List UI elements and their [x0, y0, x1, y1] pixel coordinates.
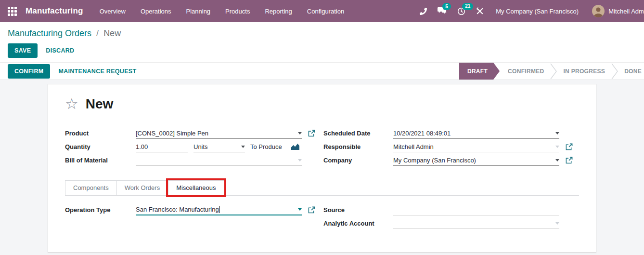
field-row-analytic-account: Analytic Account: [323, 218, 573, 231]
company-switcher[interactable]: My Company (San Francisco): [496, 8, 579, 15]
bill-of-material-label: Bill of Material: [65, 155, 136, 166]
field-row-responsible: Responsible Mitchell Admin: [323, 141, 573, 155]
avatar[interactable]: [592, 5, 605, 17]
state-done[interactable]: DONE: [618, 68, 644, 75]
user-name[interactable]: Mitchell Admin: [608, 8, 644, 15]
title-row: ☆ New: [65, 96, 579, 112]
nav-overview[interactable]: Overview: [100, 8, 126, 15]
confirm-button[interactable]: CONFIRM: [8, 64, 50, 79]
forecast-chart-icon[interactable]: [291, 141, 300, 152]
chevron-separator-icon: [550, 63, 557, 80]
tab-components[interactable]: Components: [65, 180, 117, 195]
product-dropdown-caret-icon[interactable]: [298, 132, 302, 134]
scheduled-date-dropdown-caret-icon[interactable]: [555, 132, 559, 134]
activities-badge: 21: [462, 3, 473, 10]
app-name[interactable]: Manufacturing: [26, 6, 83, 16]
notebook-tabs: Components Work Orders Miscellaneous: [65, 180, 579, 196]
statusbar-actions: CONFIRM MAINTENANCE REQUEST: [8, 64, 136, 79]
field-row-quantity: Quantity 1.00 Units To Produce: [65, 141, 315, 155]
form-left-column: Product [CONS_0002] Simple Pen Quantity: [65, 128, 315, 168]
field-row-source: Source: [323, 204, 573, 218]
responsible-input[interactable]: Mitchell Admin: [393, 141, 559, 152]
scheduled-date-input[interactable]: 10/20/2021 08:49:01: [393, 128, 559, 139]
favorite-star-icon[interactable]: ☆: [65, 97, 78, 111]
operation-type-label: Operation Type: [65, 204, 136, 215]
source-input[interactable]: [393, 204, 559, 215]
breadcrumb-parent[interactable]: Manufacturing Orders: [8, 28, 91, 38]
record-title: New: [86, 96, 114, 112]
company-external-link-icon[interactable]: [559, 155, 573, 166]
text-cursor: [219, 206, 220, 213]
breadcrumb-current: New: [103, 28, 121, 38]
chevron-separator-icon: [611, 63, 618, 80]
field-row-scheduled-date: Scheduled Date 10/20/2021 08:49:01: [323, 128, 573, 141]
control-panel-buttons: SAVE DISCARD: [8, 43, 636, 58]
state-in-progress[interactable]: IN PROGRESS: [557, 68, 611, 75]
company-input[interactable]: My Company (San Francisco): [393, 155, 559, 166]
field-row-operation-type: Operation Type San Francisco: Manufactur…: [65, 204, 315, 218]
top-navbar: Manufacturing Overview Operations Planni…: [0, 0, 644, 22]
field-row-product: Product [CONS_0002] Simple Pen: [65, 128, 315, 141]
uom-select[interactable]: Units: [193, 141, 245, 152]
operation-type-input[interactable]: San Francisco: Manufacturing: [136, 204, 302, 215]
operation-type-dropdown-caret-icon[interactable]: [298, 208, 302, 211]
uom-dropdown-caret-icon[interactable]: [241, 146, 245, 148]
field-row-company: Company My Company (San Francisco): [323, 155, 573, 168]
save-button[interactable]: SAVE: [8, 43, 38, 58]
to-produce-label: To Produce: [250, 141, 282, 152]
maintenance-request-button[interactable]: MAINTENANCE REQUEST: [58, 68, 136, 75]
activities-icon[interactable]: 21: [457, 7, 465, 15]
operation-type-external-link-icon[interactable]: [302, 204, 315, 215]
product-external-link-icon[interactable]: [302, 128, 315, 139]
nav-planning[interactable]: Planning: [186, 8, 211, 15]
form-sheet: ☆ New Product [CONS_0002] Simple Pen: [48, 84, 596, 253]
form-bottom-right-column: Source Analytic Account: [323, 204, 573, 231]
control-panel: Manufacturing Orders / New SAVE DISCARD: [0, 22, 644, 62]
state-draft[interactable]: DRAFT: [459, 63, 500, 80]
discard-button[interactable]: DISCARD: [46, 47, 74, 54]
apps-menu-icon[interactable]: [8, 7, 17, 16]
analytic-account-input[interactable]: [393, 218, 559, 229]
field-row-bill-of-material: Bill of Material: [65, 155, 315, 168]
tools-icon[interactable]: [476, 7, 484, 15]
nav-products[interactable]: Products: [225, 8, 250, 15]
source-label: Source: [323, 204, 393, 215]
responsible-label: Responsible: [323, 141, 393, 152]
navbar-systray: 5 21 My Company (San Francisco) Mitchell…: [409, 5, 644, 17]
company-label: Company: [323, 155, 393, 166]
tab-work-orders[interactable]: Work Orders: [117, 180, 168, 195]
form-top-grid: Product [CONS_0002] Simple Pen Quantity: [65, 128, 579, 168]
app-menu: Overview Operations Planning Products Re…: [100, 8, 344, 15]
analytic-account-dropdown-caret-icon[interactable]: [555, 222, 559, 225]
content-area: ☆ New Product [CONS_0002] Simple Pen: [0, 80, 644, 255]
nav-operations[interactable]: Operations: [141, 8, 171, 15]
messages-badge: 5: [442, 3, 451, 10]
state-confirmed[interactable]: CONFIRMED: [502, 68, 550, 75]
product-input[interactable]: [CONS_0002] Simple Pen: [136, 128, 302, 139]
tab-miscellaneous[interactable]: Miscellaneous: [168, 180, 224, 195]
messages-icon[interactable]: 5: [438, 7, 447, 15]
responsible-dropdown-caret-icon[interactable]: [555, 146, 559, 148]
bill-of-material-input[interactable]: [136, 155, 302, 166]
responsible-external-link-icon[interactable]: [559, 141, 573, 152]
form-bottom-left-column: Operation Type San Francisco: Manufactur…: [65, 204, 315, 231]
breadcrumb-separator: /: [96, 28, 99, 38]
phone-icon[interactable]: [420, 8, 427, 15]
form-right-column: Scheduled Date 10/20/2021 08:49:01 Respo…: [323, 128, 573, 168]
analytic-account-label: Analytic Account: [323, 218, 393, 229]
quantity-label: Quantity: [65, 141, 136, 152]
nav-reporting[interactable]: Reporting: [265, 8, 292, 15]
quantity-input[interactable]: 1.00: [136, 141, 188, 152]
statusbar: CONFIRM MAINTENANCE REQUEST DRAFT CONFIR…: [0, 62, 644, 80]
breadcrumb: Manufacturing Orders / New: [8, 27, 636, 40]
bill-of-material-dropdown-caret-icon[interactable]: [298, 159, 302, 161]
nav-configuration[interactable]: Configuration: [307, 8, 344, 15]
company-dropdown-caret-icon[interactable]: [555, 159, 559, 161]
status-pipeline: DRAFT CONFIRMED IN PROGRESS DONE: [459, 63, 644, 80]
form-bottom-grid: Operation Type San Francisco: Manufactur…: [65, 204, 579, 231]
scheduled-date-label: Scheduled Date: [323, 128, 393, 139]
product-label: Product: [65, 128, 136, 139]
